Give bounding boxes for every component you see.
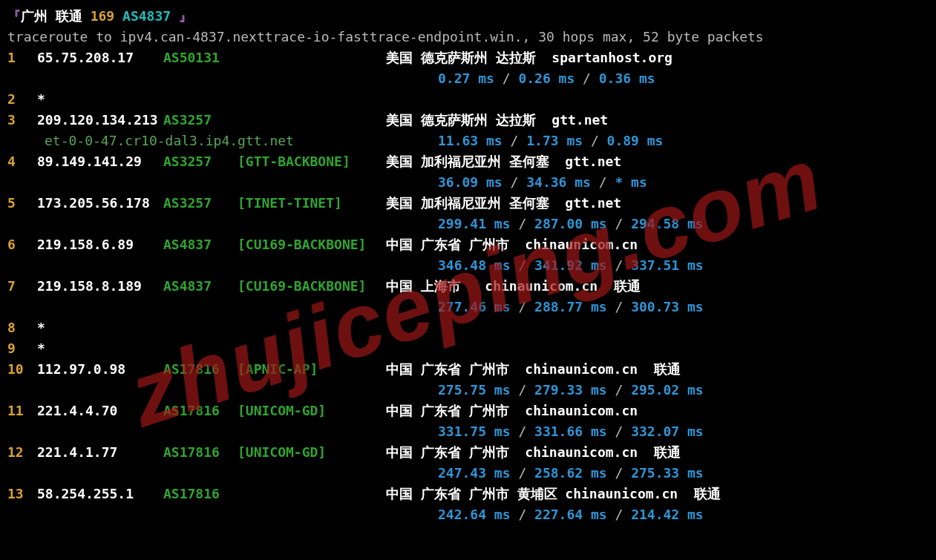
hop-latency-row: 277.46 ms / 288.77 ms / 300.73 ms xyxy=(7,297,936,317)
hop-network xyxy=(238,110,386,131)
latency-value: 0.26 ms xyxy=(518,70,575,86)
hop-ip: 221.4.4.70 xyxy=(37,401,163,421)
latency-separator: / xyxy=(511,299,535,314)
latency-separator: / xyxy=(511,216,535,231)
latency-separator: / xyxy=(511,465,535,481)
traceroute-intro: traceroute to ipv4.can-4837.nexttrace-io… xyxy=(7,27,936,47)
latency-separator: / xyxy=(607,382,632,398)
latency-value: 227.64 ms xyxy=(534,507,607,522)
hop-number: 13 xyxy=(7,484,37,504)
latency-value: 279.33 ms xyxy=(534,382,607,398)
hop-asn: AS4837 xyxy=(163,234,238,255)
hop-number: 5 xyxy=(7,193,37,214)
hop-asn: AS50131 xyxy=(163,47,238,68)
hop-row: 1358.254.255.1AS17816中国 广东省 广州市 黄埔区 chin… xyxy=(7,484,936,504)
hop-network xyxy=(238,338,386,359)
hop-ip: * xyxy=(37,338,163,359)
latency-separator: / xyxy=(583,133,607,148)
hop-asn-empty xyxy=(163,89,238,110)
hop-row: 5173.205.56.178AS3257[TINET-TINET]美国 加利福… xyxy=(7,193,936,214)
hop-asn: AS3257 xyxy=(163,110,238,131)
hop-ip: 58.254.255.1 xyxy=(37,484,163,504)
hop-asn: AS17816 xyxy=(163,442,238,463)
hop-asn: AS17816 xyxy=(163,401,238,421)
hop-network: [GTT-BACKBONE] xyxy=(238,151,386,172)
hop-latency-row: 299.41 ms / 287.00 ms / 294.58 ms xyxy=(7,214,936,234)
hop-rdns-row: et-0-0-47.cr10-dal3.ip4.gtt.net11.63 ms … xyxy=(7,131,936,151)
hop-location: 中国 广东省 广州市 chinaunicom.cn 联通 xyxy=(386,359,681,380)
hop-latency-row: 275.75 ms / 279.33 ms / 295.02 ms xyxy=(7,380,936,401)
hop-network: [TINET-TINET] xyxy=(238,193,386,214)
hop-ip: 173.205.56.178 xyxy=(37,193,163,214)
hop-row: 12221.4.1.77AS17816[UNICOM-GD]中国 广东省 广州市… xyxy=(7,442,936,463)
hop-number: 8 xyxy=(7,317,37,338)
hop-latency-row: 0.27 ms / 0.26 ms / 0.36 ms xyxy=(7,68,936,89)
latency-value: 331.66 ms xyxy=(534,424,607,439)
hop-asn: AS17816 xyxy=(163,484,238,504)
hop-number: 1 xyxy=(7,47,37,68)
latency-separator: / xyxy=(511,382,535,398)
latency-value: 287.00 ms xyxy=(534,216,607,231)
hop-row: 7219.158.8.189AS4837[CU169-BACKBONE]中国 上… xyxy=(7,276,936,297)
latency-value: 299.41 ms xyxy=(438,216,511,231)
latency-separator: / xyxy=(494,70,519,86)
hop-network: [CU169-BACKBONE] xyxy=(238,234,386,255)
hop-ip: 219.158.6.89 xyxy=(37,234,163,255)
latency-value: 294.58 ms xyxy=(631,216,704,231)
latency-separator: / xyxy=(503,174,527,190)
hop-network: [APNIC-AP] xyxy=(238,359,386,380)
hop-ip: 221.4.1.77 xyxy=(37,442,163,463)
latency-value: 11.63 ms xyxy=(438,133,503,148)
latency-value: 247.43 ms xyxy=(438,465,511,481)
terminal-output: 『广州 联通 169 AS4837 』 traceroute to ipv4.c… xyxy=(7,6,936,525)
hop-network: [UNICOM-GD] xyxy=(238,401,386,421)
latency-value: 34.36 ms xyxy=(526,174,591,190)
hop-asn-empty xyxy=(163,338,238,359)
hop-ip: 65.75.208.17 xyxy=(37,47,163,68)
latency-separator: / xyxy=(591,174,615,190)
latency-value: * ms xyxy=(615,174,647,190)
hop-network xyxy=(238,89,386,110)
hop-row: 2* xyxy=(7,89,936,110)
hop-row: 10112.97.0.98AS17816[APNIC-AP]中国 广东省 广州市… xyxy=(7,359,936,380)
header-city: 广州 xyxy=(21,8,48,24)
hop-ip: 89.149.141.29 xyxy=(37,151,163,172)
bracket-left: 『 xyxy=(7,8,21,24)
latency-separator: / xyxy=(511,507,535,522)
hop-asn-empty xyxy=(163,317,238,338)
hop-number: 4 xyxy=(7,151,37,172)
hop-latency-row: 346.48 ms / 341.92 ms / 337.51 ms xyxy=(7,255,936,276)
latency-value: 36.09 ms xyxy=(438,174,503,190)
latency-value: 275.75 ms xyxy=(438,382,511,398)
hop-latency-row: 247.43 ms / 258.62 ms / 275.33 ms xyxy=(7,463,936,484)
latency-value: 295.02 ms xyxy=(631,382,704,398)
hop-rdns: et-0-0-47.cr10-dal3.ip4.gtt.net xyxy=(45,131,386,151)
latency-value: 288.77 ms xyxy=(534,299,607,314)
latency-value: 277.46 ms xyxy=(438,299,511,314)
latency-separator: / xyxy=(607,424,632,439)
hops-list: 165.75.208.17AS50131美国 德克萨斯州 达拉斯 spartan… xyxy=(7,47,936,525)
hop-ip: 219.158.8.189 xyxy=(37,276,163,297)
latency-separator: / xyxy=(503,133,527,148)
latency-value: 0.89 ms xyxy=(607,133,664,148)
hop-location: 中国 上海市 chinaunicom.cn 联通 xyxy=(386,276,641,297)
latency-value: 0.27 ms xyxy=(438,70,494,86)
hop-location: 中国 广东省 广州市 chinaunicom.cn 联通 xyxy=(386,442,681,463)
hop-latency-row: 242.64 ms / 227.64 ms / 214.42 ms xyxy=(7,504,936,525)
latency-value: 332.07 ms xyxy=(631,424,704,439)
latency-separator: / xyxy=(575,70,599,86)
route-header: 『广州 联通 169 AS4837 』 xyxy=(7,6,936,27)
hop-latency: 11.63 ms / 1.73 ms / 0.89 ms xyxy=(386,131,663,151)
hop-row: 11221.4.4.70AS17816[UNICOM-GD]中国 广东省 广州市… xyxy=(7,401,936,421)
hop-location: 中国 广东省 广州市 chinaunicom.cn xyxy=(386,401,638,421)
hop-location: 中国 广东省 广州市 chinaunicom.cn xyxy=(386,234,638,255)
latency-value: 258.62 ms xyxy=(534,465,607,481)
hop-location: 中国 广东省 广州市 黄埔区 chinaunicom.cn 联通 xyxy=(386,484,721,504)
hop-ip: 112.97.0.98 xyxy=(37,359,163,380)
latency-value: 346.48 ms xyxy=(438,257,511,273)
hop-network xyxy=(238,317,386,338)
hop-latency-row: 331.75 ms / 331.66 ms / 332.07 ms xyxy=(7,421,936,442)
hop-ip: * xyxy=(37,89,163,110)
hop-latency-row: 36.09 ms / 34.36 ms / * ms xyxy=(7,172,936,193)
hop-number: 12 xyxy=(7,442,37,463)
